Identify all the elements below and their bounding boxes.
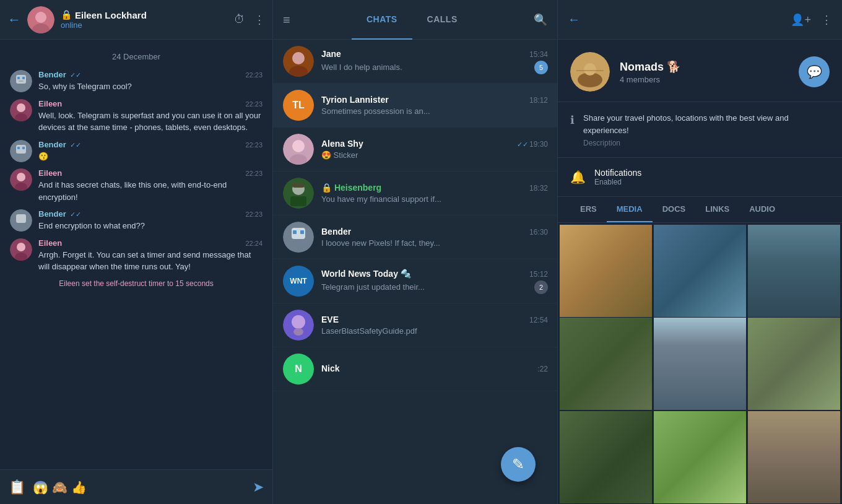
left-header: ← 🔒 Eileen Lockhard online ⏱ ⋮ — [0, 0, 272, 39]
sender-name: Eileen — [38, 168, 62, 178]
tab-docs[interactable]: DOCS — [653, 197, 696, 222]
nick-avatar: N — [283, 354, 314, 385]
svg-point-43 — [584, 63, 596, 76]
heisenberg-time: 18:32 — [529, 184, 548, 193]
user-status: online — [61, 20, 228, 30]
media-thumb-2[interactable] — [654, 225, 746, 317]
svg-rect-15 — [22, 147, 25, 149]
chat-item-heisenberg[interactable]: 🔒 Heisenberg 18:32 You have my financial… — [273, 172, 557, 215]
bender-body: Bender 16:30 I looove new Pixels! If fac… — [321, 227, 548, 248]
right-header: ← 👤+ ⋮ — [557, 0, 842, 39]
message-time: 22:23 — [245, 211, 263, 218]
message-content: Eileen 22:24 Arrgh. Forget it. You can s… — [38, 238, 263, 273]
add-user-icon[interactable]: 👤+ — [791, 13, 811, 27]
chat-input-bar: 📋 😱 🙈 👍 ➤ — [0, 469, 272, 504]
sender-name: Eileen — [38, 99, 62, 108]
sticker-button[interactable]: 📋 — [9, 479, 25, 495]
chat-item-nick[interactable]: N Nick :22 — [273, 347, 557, 391]
message-row: Bender ✓✓ 22:23 😗 — [10, 140, 263, 163]
media-thumb-7[interactable] — [560, 411, 652, 503]
media-thumb-3[interactable] — [748, 225, 840, 317]
media-thumb-5[interactable] — [654, 318, 746, 410]
jane-name: Jane — [321, 49, 341, 59]
tab-media[interactable]: MEDIA — [607, 197, 653, 222]
alena-check: ✓✓ — [517, 141, 528, 148]
heisenberg-body: 🔒 Heisenberg 18:32 You have my financial… — [321, 183, 548, 204]
notifications-section[interactable]: 🔔 Notifications Enabled — [558, 158, 842, 197]
svg-point-17 — [17, 173, 25, 181]
description-section: ℹ Share your travel photos, locations wi… — [558, 102, 842, 158]
chat-item-tyrion[interactable]: TL Tyrion Lannister 18:12 Sometimes poss… — [273, 84, 557, 128]
eileen-avatar — [10, 238, 32, 261]
message-text: Arrgh. Forget it. You can set a timer an… — [38, 249, 263, 273]
notifications-status: Enabled — [594, 178, 641, 186]
tab-links[interactable]: LINKS — [695, 197, 739, 222]
bender-time: 16:30 — [529, 228, 548, 237]
wnt-body: World News Today 🔩 15:12 Telegram just u… — [321, 269, 548, 294]
media-grid — [558, 223, 842, 504]
compose-fab[interactable]: ✎ — [501, 447, 536, 482]
tab-ers[interactable]: ERS — [570, 197, 607, 222]
media-thumb-9[interactable] — [748, 411, 840, 503]
svg-point-28 — [292, 140, 305, 152]
svg-rect-37 — [300, 230, 304, 234]
eve-name: EVE — [321, 315, 339, 324]
hamburger-icon[interactable]: ≡ — [283, 13, 290, 27]
eve-bottom: LaserBlastSafetyGuide.pdf — [321, 326, 548, 336]
svg-rect-33 — [290, 196, 306, 206]
chat-fab[interactable]: 💬 — [799, 56, 830, 87]
chat-item-bender[interactable]: Bender 16:30 I looove new Pixels! If fac… — [273, 215, 557, 259]
chat-item-jane[interactable]: Jane 15:34 Well I do help animals. 5 — [273, 40, 557, 84]
media-thumb-8[interactable] — [654, 411, 746, 503]
svg-point-40 — [293, 328, 303, 336]
timer-icon[interactable]: ⏱ — [234, 13, 245, 26]
heisenberg-name: 🔒 Heisenberg — [321, 183, 381, 193]
jane-preview: Well I do help animals. — [321, 63, 534, 72]
message-time: 22:23 — [245, 71, 263, 79]
message-time: 22:23 — [245, 141, 263, 149]
nick-top: Nick :22 — [321, 363, 548, 373]
main-content: 24 December Bender ✓✓ — [0, 40, 842, 504]
svg-rect-36 — [293, 230, 297, 234]
check-icon: ✓✓ — [70, 71, 81, 79]
top-bar: ← 🔒 Eileen Lockhard online ⏱ ⋮ ≡ — [0, 0, 842, 40]
jane-bottom: Well I do help animals. 5 — [321, 61, 548, 74]
bender-list-avatar — [283, 222, 314, 253]
media-thumb-4[interactable] — [560, 318, 652, 410]
tyrion-preview: Sometimes possession is an... — [321, 106, 548, 116]
media-thumb-6[interactable] — [748, 318, 840, 410]
heisenberg-top: 🔒 Heisenberg 18:32 — [321, 183, 548, 193]
info-icon: ℹ — [570, 113, 575, 127]
search-icon[interactable]: 🔍 — [534, 13, 547, 27]
send-button[interactable]: ➤ — [253, 479, 264, 495]
back-button[interactable]: ← — [7, 12, 21, 28]
more-icon[interactable]: ⋮ — [254, 13, 265, 27]
right-back-button[interactable]: ← — [568, 12, 580, 27]
bender-avatar — [10, 209, 32, 232]
message-time: 22:23 — [245, 170, 263, 177]
message-header: Eileen 22:23 — [38, 168, 263, 178]
detail-panel: Nomads 🐕 4 members 💬 ℹ Share your travel… — [557, 40, 842, 504]
right-more-icon[interactable]: ⋮ — [821, 13, 832, 27]
bender-bottom: I looove new Pixels! If fact, they... — [321, 238, 548, 248]
tabs: CHATS CALLS — [297, 0, 527, 40]
tab-calls[interactable]: CALLS — [412, 0, 472, 40]
chat-messages: 24 December Bender ✓✓ — [0, 40, 272, 469]
svg-rect-4 — [16, 75, 26, 84]
message-row: Eileen 22:24 Arrgh. Forget it. You can s… — [10, 238, 263, 273]
media-thumb-1[interactable] — [560, 225, 652, 317]
sender-name: Eileen — [38, 238, 62, 248]
tab-audio[interactable]: AUDIO — [739, 197, 785, 222]
eileen-avatar — [10, 168, 32, 191]
svg-rect-5 — [17, 77, 20, 79]
chat-item-eve[interactable]: EVE 12:54 LaserBlastSafetyGuide.pdf — [273, 303, 557, 347]
message-header: Eileen 22:23 — [38, 99, 263, 108]
chat-item-wnt[interactable]: WNT World News Today 🔩 15:12 Telegram ju… — [273, 259, 557, 303]
chat-item-alena[interactable]: Alena Shy ✓✓19:30 😍 Sticker — [273, 128, 557, 172]
svg-rect-6 — [22, 77, 25, 79]
header-icons: ⏱ ⋮ — [234, 13, 265, 27]
wnt-top: World News Today 🔩 15:12 — [321, 269, 548, 279]
tab-chats[interactable]: CHATS — [352, 0, 412, 40]
svg-point-39 — [292, 315, 305, 329]
message-content: Bender ✓✓ 22:23 So, why is Telegram cool… — [38, 70, 263, 93]
